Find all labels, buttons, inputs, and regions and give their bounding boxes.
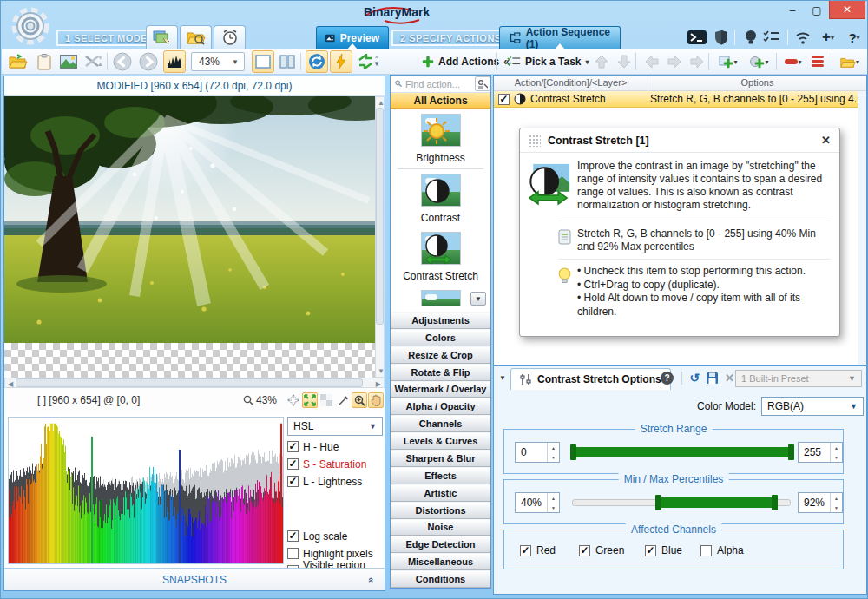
stretch-max-spinner[interactable]: 255 ▲▼ bbox=[798, 442, 843, 463]
saturation-checkbox-row[interactable]: S - Saturation bbox=[287, 457, 385, 471]
action-item-brightness[interactable]: Brightness bbox=[391, 114, 490, 164]
security-button[interactable] bbox=[711, 28, 732, 47]
horizontal-scrollbar-thumb[interactable] bbox=[16, 378, 363, 387]
category-rotate-flip[interactable]: Rotate & Flip bbox=[391, 364, 490, 381]
task-list-button[interactable] bbox=[761, 28, 782, 47]
all-actions-header[interactable]: All Actions bbox=[391, 93, 490, 109]
add-menu-button[interactable]: +▾ bbox=[815, 28, 841, 47]
options-tab[interactable]: Contrast Stretch Options bbox=[510, 368, 671, 390]
close-icon[interactable]: ✕ bbox=[821, 134, 831, 147]
drag-grip-icon[interactable] bbox=[529, 135, 541, 147]
auto-refresh-button[interactable] bbox=[306, 50, 328, 73]
checkbox[interactable] bbox=[287, 458, 299, 470]
min-percentile-handle[interactable] bbox=[655, 495, 661, 510]
tips-button[interactable] bbox=[740, 28, 761, 47]
red-channel-checkbox-row[interactable]: Red bbox=[520, 544, 556, 556]
category-conditions[interactable]: Conditions bbox=[391, 570, 490, 588]
checkbox[interactable] bbox=[287, 548, 299, 559]
move-up-button[interactable] bbox=[590, 50, 613, 73]
hue-checkbox-row[interactable]: H - Hue bbox=[287, 440, 385, 453]
histogram-toggle-button[interactable] bbox=[163, 50, 186, 73]
toolbar-overflow-button[interactable]: »▼ bbox=[373, 54, 380, 68]
popup-titlebar[interactable]: Contrast Stretch [1] ✕ bbox=[520, 128, 839, 153]
color-model-select[interactable]: HSL ▼ bbox=[287, 417, 383, 436]
checkbox[interactable] bbox=[287, 476, 299, 487]
shuffle-button[interactable] bbox=[82, 50, 104, 73]
fit-to-window-button[interactable] bbox=[302, 392, 318, 408]
demote-button[interactable] bbox=[663, 50, 686, 73]
action-item-contrast[interactable]: Contrast bbox=[391, 174, 490, 224]
copy-image-button[interactable] bbox=[57, 50, 80, 73]
collapse-options-button[interactable]: ▼ bbox=[496, 372, 509, 384]
color-model-dropdown[interactable]: RGB(A) ▼ bbox=[761, 397, 864, 416]
find-action-search[interactable]: 🔍︎ Find action... bbox=[391, 76, 490, 93]
min-percentile-spinner[interactable]: 40% ▲▼ bbox=[515, 492, 560, 513]
scroll-more-button[interactable]: ▼ bbox=[470, 292, 486, 306]
instant-preview-button[interactable] bbox=[330, 50, 352, 73]
tab-folder-search[interactable] bbox=[180, 25, 212, 49]
load-sequence-button[interactable]: ▾ bbox=[835, 50, 865, 73]
category-edge-detection[interactable]: Edge Detection bbox=[391, 536, 490, 553]
log-scale-checkbox-row[interactable]: Log scale bbox=[287, 530, 385, 543]
checkbox[interactable] bbox=[287, 441, 299, 452]
stretch-max-handle[interactable] bbox=[788, 444, 794, 460]
single-view-button[interactable] bbox=[252, 50, 274, 73]
histogram-plot[interactable] bbox=[8, 417, 284, 564]
back-button[interactable] bbox=[111, 50, 134, 73]
category-alpha-opacity[interactable]: Alpha / Opacity bbox=[391, 398, 490, 415]
save-preset-icon[interactable] bbox=[706, 372, 719, 385]
zoom-level-combobox[interactable]: 43%▼ bbox=[191, 52, 245, 71]
column-action-header[interactable]: Action/[Condition]/<Layer> bbox=[494, 76, 648, 90]
find-options-button[interactable] bbox=[475, 76, 490, 91]
sequence-row-contrast-stretch[interactable]: Contrast Stretch Stretch R, G, B channel… bbox=[494, 91, 866, 108]
close-button[interactable]: ✕ bbox=[829, 1, 865, 19]
checkbox[interactable] bbox=[579, 545, 590, 556]
forward-button[interactable] bbox=[137, 50, 160, 73]
preset-dropdown[interactable]: 1 Built-in Preset ▼ bbox=[735, 370, 862, 387]
delete-preset-icon[interactable]: ✕ bbox=[725, 372, 734, 385]
category-effects[interactable]: Effects bbox=[391, 467, 490, 484]
spinner-buttons[interactable]: ▲▼ bbox=[547, 443, 559, 462]
spinner-buttons[interactable]: ▲▼ bbox=[830, 443, 842, 462]
stretch-min-spinner[interactable]: 0 ▲▼ bbox=[515, 442, 560, 463]
insert-action-button[interactable]: ▾ bbox=[713, 50, 743, 73]
stretch-min-handle[interactable] bbox=[570, 444, 576, 460]
preview-image[interactable] bbox=[4, 96, 375, 343]
reset-icon[interactable]: ↺ bbox=[689, 371, 700, 385]
category-miscellaneous[interactable]: Miscellaneous bbox=[391, 553, 490, 570]
hand-tool-button[interactable] bbox=[368, 392, 384, 408]
alpha-channel-checkbox-row[interactable]: Alpha bbox=[700, 544, 744, 556]
category-levels-curves[interactable]: Levels & Curves bbox=[391, 432, 490, 450]
demote-all-button[interactable] bbox=[686, 50, 708, 73]
tab-select-images[interactable] bbox=[146, 25, 178, 49]
checkbox[interactable] bbox=[700, 545, 712, 556]
console-button[interactable] bbox=[687, 28, 707, 47]
sequence-scrollbar[interactable] bbox=[858, 91, 866, 365]
category-distortions[interactable]: Distortions bbox=[391, 502, 490, 519]
tab-schedule[interactable] bbox=[214, 25, 246, 49]
checkbox[interactable] bbox=[287, 530, 299, 542]
category-channels[interactable]: Channels bbox=[391, 415, 490, 432]
tab-preview[interactable]: Preview bbox=[316, 26, 389, 49]
snapshots-bar[interactable]: SNAPSHOTS « bbox=[4, 568, 385, 590]
remove-all-button[interactable] bbox=[807, 50, 828, 73]
minimize-button[interactable]: – bbox=[780, 1, 805, 19]
move-down-button[interactable] bbox=[613, 50, 635, 73]
promote-button[interactable] bbox=[641, 50, 663, 73]
column-options-header[interactable]: Options bbox=[648, 76, 866, 90]
connectivity-button[interactable] bbox=[793, 28, 814, 47]
checkbox[interactable] bbox=[520, 545, 531, 556]
insert-child-button[interactable]: ▾ bbox=[745, 50, 774, 73]
max-percentile-handle[interactable] bbox=[772, 495, 778, 510]
background-toggle-button[interactable] bbox=[319, 392, 334, 408]
tab-action-sequence[interactable]: Action Sequence (1) bbox=[499, 26, 621, 49]
category-adjustments[interactable]: Adjustments bbox=[391, 312, 490, 329]
category-colors[interactable]: Colors bbox=[391, 329, 490, 346]
green-channel-checkbox-row[interactable]: Green bbox=[579, 544, 624, 556]
category-watermark-overlay[interactable]: Watermark / Overlay bbox=[391, 381, 490, 398]
spinner-buttons[interactable]: ▲▼ bbox=[547, 493, 559, 512]
help-icon[interactable]: ? bbox=[661, 372, 674, 385]
blue-channel-checkbox-row[interactable]: Blue bbox=[645, 544, 682, 556]
checkbox[interactable] bbox=[645, 545, 656, 556]
category-noise[interactable]: Noise bbox=[391, 519, 490, 536]
